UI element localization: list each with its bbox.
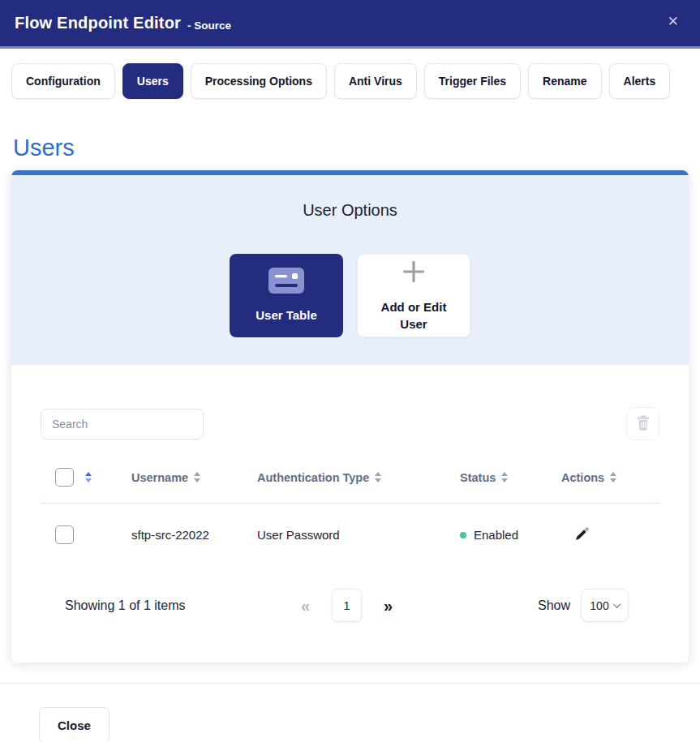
sort-icon [375,472,381,483]
add-or-edit-user-button[interactable]: Add or Edit User [357,254,470,337]
column-header-username[interactable]: Username [131,471,257,484]
modal-footer: Close [0,684,700,742]
add-or-edit-user-label: Add or Edit User [377,298,450,334]
edit-pencil-icon [574,526,590,544]
modal-subtitle: - Source [187,15,231,32]
tab-trigger-files[interactable]: Trigger Files [424,63,521,99]
authentication-type-cell: User Password [257,528,460,542]
sort-icon [610,472,616,483]
tab-bar: Configuration Users Processing Options A… [11,63,689,99]
page-size-select[interactable]: 100 [581,589,629,622]
username-cell: sftp-src-22022 [131,528,257,542]
column-header-authentication-type[interactable]: Authentication Type [257,471,460,484]
edit-user-button[interactable] [561,526,590,544]
status-cell: Enabled [460,528,561,542]
users-card: User Options User Table [11,170,689,663]
search-input[interactable] [41,409,204,440]
chevron-down-icon [612,600,621,608]
user-table-label: User Table [256,307,317,324]
page-size-value: 100 [590,599,608,612]
pagination-bar: Showing 1 of 1 items « 1 » Show 100 [41,589,659,622]
tab-users[interactable]: Users [122,63,183,99]
column-header-status[interactable]: Status [460,471,561,484]
show-label: Show [538,598,570,613]
sort-icon [194,472,200,483]
tab-processing-options[interactable]: Processing Options [191,63,327,99]
next-page-icon[interactable]: » [384,598,393,614]
sort-all-icon[interactable] [85,472,92,483]
status-dot-icon [460,532,466,538]
table-row: sftp-src-22022 User Password Enabled [41,504,659,566]
sort-icon [501,472,508,483]
tab-alerts[interactable]: Alerts [609,63,671,99]
id-card-icon [268,268,304,298]
close-icon[interactable]: ✕ [668,15,679,28]
user-table-button[interactable]: User Table [230,254,343,337]
delete-selected-button[interactable] [626,407,659,440]
row-checkbox[interactable] [55,525,74,544]
tab-configuration[interactable]: Configuration [11,63,115,99]
page-number-button[interactable]: 1 [332,589,362,622]
tab-anti-virus[interactable]: Anti Virus [334,63,417,99]
user-options-title: User Options [11,201,689,220]
select-all-checkbox[interactable] [55,468,74,487]
user-options-panel: User Options User Table [11,175,689,365]
close-button[interactable]: Close [39,707,110,742]
table-header-row: Username Authentication Type Status Acti… [41,461,659,504]
trash-icon [636,414,651,433]
page-title: Users [13,135,700,161]
tab-rename[interactable]: Rename [528,63,601,99]
modal-header: Flow Endpoint Editor - Source ✕ [0,0,700,49]
pagination-summary: Showing 1 of 1 items [41,598,301,613]
modal-title: Flow Endpoint Editor [15,14,181,32]
previous-page-icon[interactable]: « [301,598,310,614]
column-header-actions[interactable]: Actions [561,471,659,484]
plus-icon [400,258,427,290]
status-badge: Enabled [474,528,518,542]
user-table-section: Username Authentication Type Status Acti… [11,365,689,663]
